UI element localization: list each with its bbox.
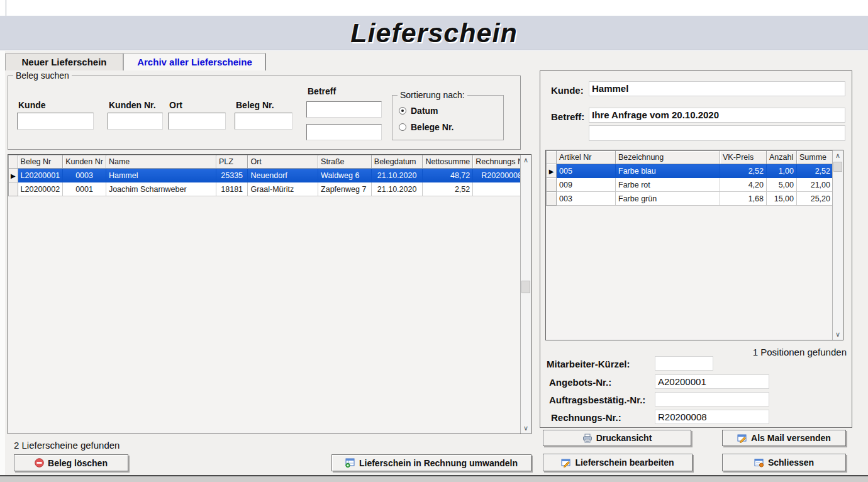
minus-circle-icon — [35, 458, 44, 468]
cell-vk-preis: 1,68 — [720, 192, 767, 206]
scroll-up-icon[interactable]: ∧ — [521, 155, 531, 165]
angebot-field[interactable]: A20200001 — [655, 374, 769, 389]
scroll-down-icon[interactable]: ∨ — [521, 423, 531, 434]
scroll-down-icon[interactable]: ∨ — [833, 329, 843, 340]
detail-kunde-field[interactable]: Hammel — [589, 81, 845, 96]
lieferschein-umwandeln-button[interactable]: Lieferschein in Rechnung umwandeln — [331, 454, 531, 471]
list-item[interactable]: 009 Farbe rot 4,20 5,00 21,00 — [547, 178, 833, 192]
col-strasse: Straße — [318, 155, 372, 169]
col-vk-preis: VK-Preis — [720, 151, 767, 164]
col-ort: Ort — [248, 155, 318, 169]
positions-scrollbar[interactable]: ∧ ∨ — [832, 150, 843, 340]
kunden-nr-input[interactable] — [108, 113, 163, 130]
left-gutter — [0, 51, 5, 476]
col-bezeichnung: Bezeichnung — [616, 151, 720, 164]
betreff-input-1[interactable] — [306, 101, 382, 118]
angebot-label: Angebots-Nr.: — [549, 377, 611, 388]
cell-artikel-nr: 009 — [557, 178, 616, 192]
search-groupbox: Beleg suchen Kunde Kunden Nr. Ort Beleg … — [8, 76, 521, 150]
sort-groupbox-legend: Sortierung nach: — [398, 90, 467, 100]
tab-label: Archiv aller Lieferscheine — [137, 57, 252, 67]
mitarbeiter-field[interactable] — [655, 356, 713, 371]
cell-vk-preis: 4,20 — [720, 178, 767, 192]
cell-summe: 2,52 — [797, 164, 833, 178]
table-row[interactable]: ▶ L20200001 0003 Hammel 25335 Neuendorf … — [9, 169, 531, 182]
cell-anzahl: 15,00 — [767, 192, 797, 206]
scroll-up-icon[interactable]: ∧ — [833, 150, 843, 161]
archive-scrollbar[interactable]: ∧ ∨ — [520, 155, 531, 434]
cell-ort: Graal-Müritz — [248, 182, 318, 196]
detail-betreff-field[interactable]: Ihre Anfrage vom 20.10.2020 — [589, 108, 845, 123]
ort-label: Ort — [169, 100, 182, 110]
note-pencil-icon — [561, 458, 571, 468]
scrollbar-thumb[interactable] — [833, 162, 842, 172]
note-pencil-icon — [737, 434, 747, 443]
cell-kunden-nr: 0001 — [63, 182, 106, 196]
lieferschein-bearbeiten-button[interactable]: Lieferschein bearbeiten — [543, 454, 693, 471]
positions-table: Artikel Nr Bezeichnung VK-Preis Anzahl S… — [545, 150, 843, 340]
row-pointer-icon: ▶ — [549, 168, 554, 175]
col-artikel-nr: Artikel Nr — [557, 151, 616, 164]
window-bottom-strip — [0, 476, 868, 482]
col-beleg-nr: Beleg Nr — [18, 155, 63, 169]
window-badge-icon — [754, 458, 764, 468]
col-anzahl: Anzahl — [767, 151, 797, 164]
cell-anzahl: 1,00 — [767, 164, 797, 178]
col-belegdatum: Belegdatum — [371, 155, 423, 169]
ort-input[interactable] — [168, 113, 226, 130]
cell-plz: 25335 — [216, 169, 248, 182]
col-plz: PLZ — [216, 155, 248, 169]
table-row[interactable]: L20200002 0001 Joachim Scharnweber 18181… — [9, 182, 531, 196]
detail-betreff-field-2[interactable] — [589, 125, 845, 141]
schliessen-button[interactable]: Schliessen — [722, 454, 846, 471]
cell-belegdatum: 21.10.2020 — [371, 169, 423, 182]
radio-selected-icon — [399, 107, 406, 115]
cell-name: Joachim Scharnweber — [106, 182, 216, 196]
auftrag-field[interactable] — [655, 392, 769, 406]
als-mail-versenden-button[interactable]: Als Mail versenden — [722, 430, 846, 446]
title-bar: Lieferschein — [0, 16, 868, 50]
cell-anzahl: 5,00 — [767, 178, 797, 192]
cell-artikel-nr: 003 — [557, 192, 616, 206]
radio-unselected-icon — [399, 123, 406, 131]
radio-label: Belege Nr. — [411, 122, 453, 132]
selector-header — [9, 155, 18, 169]
cell-ort: Neuendorf — [248, 169, 318, 182]
radio-sort-belege-nr[interactable]: Belege Nr. — [399, 122, 453, 132]
cell-artikel-nr: 005 — [557, 164, 616, 178]
rechnung-label: Rechnungs-Nr.: — [551, 412, 621, 423]
tab-neuer-lieferschein[interactable]: Neuer Lieferschein — [5, 53, 123, 70]
beleg-loeschen-button[interactable]: Beleg löschen — [14, 454, 128, 471]
rechnung-field[interactable]: R20200008 — [655, 410, 769, 424]
list-item[interactable]: 003 Farbe grün 1,68 15,00 25,20 — [547, 192, 833, 206]
cell-bezeichnung: Farbe blau — [616, 164, 720, 178]
archive-table: Beleg Nr Kunden Nr Name PLZ Ort Straße B… — [8, 154, 531, 434]
cell-beleg-nr: L20200001 — [18, 169, 63, 182]
cell-summe: 21,00 — [797, 178, 833, 192]
betreff-input-2[interactable] — [306, 124, 382, 140]
list-item[interactable]: ▶ 005 Farbe blau 2,52 1,00 2,52 — [547, 164, 833, 178]
col-nettosumme: Nettosumme — [423, 155, 473, 169]
tab-label: Neuer Lieferschein — [21, 57, 106, 67]
positions-header-row: Artikel Nr Bezeichnung VK-Preis Anzahl S… — [547, 151, 833, 164]
col-summe: Summe — [797, 151, 833, 164]
scrollbar-thumb[interactable] — [521, 281, 530, 293]
archive-header-row: Beleg Nr Kunden Nr Name PLZ Ort Straße B… — [9, 155, 531, 169]
detail-betreff-label: Betreff: — [551, 111, 584, 122]
kunde-input[interactable] — [17, 113, 94, 130]
tab-archiv-aller-lieferscheine[interactable]: Archiv aller Lieferscheine — [123, 53, 266, 70]
beleg-nr-input[interactable] — [235, 113, 292, 130]
kunden-nr-label: Kunden Nr. — [109, 100, 156, 110]
cell-vk-preis: 2,52 — [720, 164, 767, 178]
radio-sort-datum[interactable]: Datum — [399, 106, 438, 116]
detail-kunde-label: Kunde: — [551, 85, 584, 96]
app-title: Lieferschein — [350, 18, 517, 48]
col-kunden-nr: Kunden Nr — [63, 155, 106, 169]
row-pointer-icon: ▶ — [11, 172, 16, 179]
cell-name: Hammel — [106, 169, 216, 182]
druckansicht-button[interactable]: Druckansicht — [543, 430, 691, 446]
cell-nettosumme: 48,72 — [423, 169, 473, 182]
cell-summe: 25,20 — [797, 192, 833, 206]
kunde-label: Kunde — [18, 100, 46, 110]
window-frame-tick — [6, 0, 6, 16]
